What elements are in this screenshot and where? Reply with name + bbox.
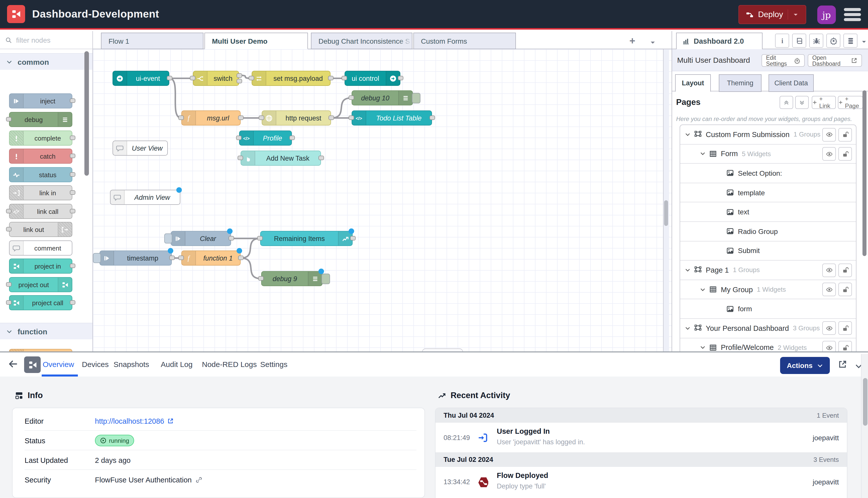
move-down-button[interactable]: [795, 96, 809, 109]
debug-bug-icon[interactable]: [809, 34, 823, 48]
tree-row-widget[interactable]: Select Option:: [680, 163, 856, 183]
canvas-node-debug9[interactable]: debug 9: [261, 271, 323, 286]
inject-button[interactable]: [164, 233, 172, 244]
canvas-node-uicontrol[interactable]: ui control: [345, 71, 400, 86]
canvas-node-timestamp[interactable]: timestamp: [100, 250, 172, 265]
editor-link[interactable]: http://localhost:12086: [95, 417, 174, 425]
panel-tab-settings[interactable]: Settings: [260, 352, 287, 376]
debug-toggle-button[interactable]: [322, 273, 330, 284]
palette-node-comment[interactable]: comment: [9, 240, 72, 255]
chevron-down-icon[interactable]: [684, 325, 691, 331]
deploy-caret-icon[interactable]: [788, 10, 799, 19]
panel-tab-overview[interactable]: Overview: [43, 352, 74, 376]
flow-list-caret-icon[interactable]: [649, 39, 656, 46]
unlock-button[interactable]: [838, 147, 852, 161]
canvas-node-clear[interactable]: Clear: [171, 231, 231, 246]
panel-tab-devices[interactable]: Devices: [82, 352, 109, 376]
sidebar-tab-dashboard[interactable]: Dashboard 2.0: [676, 32, 763, 50]
unlock-button[interactable]: [838, 263, 852, 277]
add-flow-icon[interactable]: +: [630, 36, 635, 45]
tree-row-widget[interactable]: template: [680, 183, 856, 202]
actions-button[interactable]: Actions: [780, 357, 830, 374]
palette-search[interactable]: filter nodes: [0, 31, 92, 49]
canvas-node-switch[interactable]: switch: [193, 71, 239, 86]
canvas-node-remaining[interactable]: Remaining Items: [260, 231, 353, 246]
visibility-eye-button[interactable]: [822, 263, 836, 277]
tree-row-group[interactable]: My Group1 Widgets: [680, 280, 856, 300]
user-avatar[interactable]: jp: [817, 5, 836, 24]
unlock-button[interactable]: [838, 128, 852, 141]
move-up-button[interactable]: [780, 96, 793, 109]
sidebar-tab-layout[interactable]: Layout: [675, 74, 711, 92]
chevron-down-icon[interactable]: [699, 151, 706, 157]
palette-node-project-call[interactable]: project call: [9, 295, 72, 310]
tree-row-widget[interactable]: Submit: [680, 241, 856, 261]
tree-row-page[interactable]: Your Personal Dashboard3 Groups: [680, 319, 856, 338]
activity-event-row[interactable]: 13:34:42 Flow Deployed Deploy type 'full…: [436, 467, 847, 497]
inject-button[interactable]: [93, 253, 101, 263]
palette-category-function[interactable]: function: [0, 323, 92, 339]
visibility-eye-button[interactable]: [822, 322, 836, 335]
canvas-node-todo[interactable]: </>Todo List Table: [352, 110, 432, 126]
visibility-eye-button[interactable]: [822, 128, 836, 141]
palette-node-link-out[interactable]: link out: [9, 222, 72, 237]
canvas-node-msgurl[interactable]: fmsg.url: [181, 110, 241, 126]
main-menu-icon[interactable]: [844, 8, 861, 21]
chevron-down-icon[interactable]: [699, 345, 706, 351]
canvas-node-ui-event[interactable]: ui-event: [113, 71, 169, 86]
canvas-scrollbar[interactable]: [664, 200, 668, 226]
canvas-node-adminview[interactable]: Admin View: [110, 190, 180, 205]
flowfuse-gray-logo-icon[interactable]: [24, 356, 41, 373]
config-gear-icon[interactable]: [826, 34, 840, 48]
chevron-down-icon[interactable]: [699, 286, 706, 292]
panel-tab-snapshots[interactable]: Snapshots: [114, 352, 149, 376]
tree-row-widget[interactable]: form: [680, 300, 856, 319]
popout-icon[interactable]: [838, 359, 847, 369]
panel-tab-node-red-logs[interactable]: Node-RED Logs: [202, 352, 257, 376]
palette-node-link-in[interactable]: link in: [9, 185, 72, 200]
tree-row-widget[interactable]: Radio Group: [680, 222, 856, 241]
edit-settings-button[interactable]: Edit Settings: [762, 54, 805, 67]
debug-toggle-button[interactable]: [412, 93, 420, 103]
palette-node-project-in[interactable]: project in: [9, 259, 72, 274]
canvas-node-http[interactable]: http request: [262, 110, 331, 126]
unlock-button[interactable]: [838, 283, 852, 297]
palette-node-debug[interactable]: debug: [9, 112, 72, 127]
sidebar-tab-theming[interactable]: Theming: [719, 74, 762, 92]
tree-row-widget[interactable]: text: [680, 202, 856, 222]
add-link-button[interactable]: + Link: [812, 96, 836, 109]
canvas-node-profile[interactable]: </>Profile: [239, 131, 292, 146]
palette-scrollbar[interactable]: [85, 51, 89, 176]
palette-node-project-out[interactable]: project out: [9, 277, 72, 292]
deploy-button[interactable]: Deploy: [738, 5, 806, 24]
flow-tab-3[interactable]: Debug Chart Inconsistence S: [311, 32, 412, 49]
open-dashboard-button[interactable]: Open Dashboard: [808, 54, 862, 67]
info-tab-icon[interactable]: i: [775, 34, 789, 48]
canvas-node-addnewtask[interactable]: Add New Task: [241, 150, 321, 166]
tree-row-page[interactable]: Page 11 Groups: [680, 261, 856, 280]
chevron-down-icon[interactable]: [684, 267, 691, 273]
canvas-node-set[interactable]: set msg.payload: [252, 71, 331, 86]
palette-node-status[interactable]: status: [9, 167, 72, 182]
canvas-node-function1[interactable]: ffunction 1: [181, 250, 241, 265]
canvas-node-debug10[interactable]: debug 10: [352, 90, 413, 105]
tree-row-page[interactable]: Custom Form Submission1 Groups: [680, 125, 856, 144]
palette-category-common[interactable]: common: [0, 53, 92, 70]
unlock-button[interactable]: [838, 322, 852, 335]
flow-canvas[interactable]: ui-eventswitchset msg.payloadui controld…: [93, 49, 672, 352]
help-book-icon[interactable]: [792, 34, 806, 48]
panel-tab-audit-log[interactable]: Audit Log: [161, 352, 193, 376]
chain-link-icon[interactable]: [195, 476, 202, 483]
palette-node-complete[interactable]: complete: [9, 131, 72, 146]
palette-node-catch[interactable]: catch: [9, 148, 72, 163]
palette-node-inject[interactable]: inject: [9, 93, 72, 108]
add-page-button[interactable]: + Page: [838, 96, 863, 109]
visibility-eye-button[interactable]: [822, 283, 836, 297]
context-data-icon[interactable]: [843, 34, 857, 48]
back-arrow-icon[interactable]: [8, 359, 18, 369]
sidebar-tab-client-data[interactable]: Client Data: [768, 74, 814, 92]
visibility-eye-button[interactable]: [822, 147, 836, 161]
activity-event-row[interactable]: 08:21:49 User Logged In User 'joepavitt'…: [436, 423, 847, 452]
flow-tab-4[interactable]: Custom Forms: [413, 32, 516, 49]
chevron-down-icon[interactable]: [684, 132, 691, 137]
